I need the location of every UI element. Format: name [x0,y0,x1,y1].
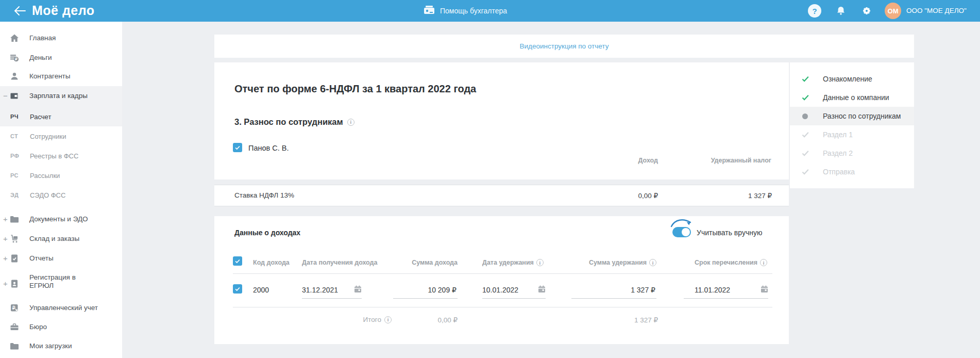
withhold-date-input[interactable]: 10.01.2022 [482,282,546,299]
subitem-abbr: ЭД [10,192,19,198]
calendar-icon[interactable] [761,285,768,293]
collapse-icon[interactable]: − [3,91,9,101]
check-icon-disabled [801,168,809,176]
sidebar-item-moi-zagruzki[interactable]: Мои загрузки [0,336,122,356]
company-name[interactable]: ООО "МОЕ ДЕЛО" [906,7,967,14]
svg-text:₽: ₽ [15,57,18,61]
expand-icon[interactable]: + [3,254,9,263]
sidebar-item-home[interactable]: Главная [0,28,122,48]
info-icon[interactable]: i [384,316,392,323]
svg-text:₽: ₽ [12,305,15,311]
sidebar-item-label: Управленческий учет [29,304,98,312]
folder-icon [9,214,20,224]
checklist-item-razdel-1: Раздел 1 [790,125,914,144]
amount-input[interactable]: 10 209 ₽ [393,282,458,299]
manual-accounting-toggle[interactable] [672,227,691,237]
tax-rate-row: Ставка НДФЛ 13% 0,00 ₽ 1 327 ₽ [214,185,789,206]
page-title: Отчет по форме 6-НДФЛ за 1 квартал 2022 … [234,83,476,95]
check-icon [801,75,809,83]
withhold-amount-input[interactable]: 1 327 ₽ [571,282,656,299]
sidebar-item-sklad[interactable]: + Склад и заказы [0,229,122,249]
info-icon[interactable]: i [649,259,656,266]
th-withhold-amount-label: Сумма удержания [589,259,647,266]
select-all-checkbox[interactable] [233,256,242,266]
sidebar-item-otchety[interactable]: + Отчеты [0,249,122,268]
expand-icon[interactable]: + [3,234,9,243]
calendar-icon[interactable] [354,285,362,293]
checklist-item-label: Отправка [823,168,855,176]
checklist-item-label: Разнос по сотрудникам [823,112,901,120]
employee-checkbox[interactable] [233,143,242,152]
subitem-abbr: СТ [10,133,18,139]
subitem-abbr: РФ [10,153,19,159]
calendar-icon[interactable] [538,285,546,293]
date-received-input[interactable]: 31.12.2021 [302,282,362,299]
total-label-group: Итого i [363,316,392,323]
bell-icon[interactable] [834,4,848,18]
video-instruction-bar: Видеоинструкция по отчету [214,35,914,58]
checklist-item-oznakomlenie[interactable]: Ознакомление [790,70,914,88]
sidebar-subitem-sedo-fss[interactable]: ЭД СЭДО ФСС [0,185,122,205]
back-arrow-icon[interactable] [13,5,26,17]
downloads-folder-icon [9,341,20,351]
sidebar-item-label: Деньги [29,54,52,62]
check-icon [801,93,809,102]
accountant-help-icon [424,5,435,17]
expand-icon[interactable]: + [3,215,9,224]
toggle-knob [682,228,690,236]
row-checkbox[interactable] [233,284,242,294]
sidebar-item-contractors[interactable]: Контрагенты [0,67,122,86]
accountant-help-button[interactable]: Помощь бухгалтера [424,0,507,22]
sidebar-item-label: Рассылки [30,172,60,180]
sidebar-item-label: Сотрудники [30,133,66,140]
th-amount: Сумма дохода [393,259,458,266]
income-table-row: 2000 31.12.2021 10 209 ₽ 10.01.2022 1 32… [214,282,789,307]
th-withhold-date-label: Дата удержания [482,259,534,266]
sidebar-item-registracia-egrul[interactable]: + Регистрация в ЕГРЮЛ [0,272,122,296]
checklist-item-otpravka: Отправка [790,162,914,181]
gear-icon[interactable] [860,4,873,18]
management-accounting-icon: ₽ [9,303,20,313]
info-icon[interactable]: i [760,259,767,266]
info-icon[interactable]: i [347,119,354,126]
checklist-item-razdel-2: Раздел 2 [790,144,914,162]
avatar[interactable]: ОМ [885,3,901,19]
checklist-item-dannye-o-kompanii[interactable]: Данные о компании [790,88,914,107]
income-data-title: Данные о доходах [234,229,300,237]
sidebar-item-label: Зарплата и кадры [29,92,88,100]
checklist-item-raznos-po-sotrudnikam[interactable]: Разнос по сотрудникам [790,107,914,125]
help-icon[interactable]: ? [808,4,821,18]
video-instruction-link[interactable]: Видеоинструкция по отчету [520,42,609,50]
sidebar-subitem-reestry-fss[interactable]: РФ Реестры в ФСС [0,146,122,166]
sidebar-subitem-raschet[interactable]: РЧ Расчет [0,107,122,126]
sidebar-item-label: Расчет [30,113,51,121]
report-check-icon [9,253,20,264]
sidebar-subitem-sotrudniki[interactable]: СТ Сотрудники [0,126,122,146]
info-icon[interactable]: i [536,259,544,266]
briefcase-icon [9,322,20,332]
th-transfer-due-label: Срок перечисления [695,259,757,266]
total-label: Итого [363,316,381,323]
subitem-abbr: РЧ [10,113,19,120]
sidebar-item-label: Главная [29,34,56,42]
transfer-due-input[interactable]: 11.01.2022 [684,282,768,299]
accountant-help-label: Помощь бухгалтера [440,7,507,15]
app-logo[interactable]: Моё дело [32,3,95,18]
sidebar-item-salary[interactable]: − Зарплата и кадры [0,86,122,106]
expand-icon[interactable]: + [3,279,9,288]
checklist-item-label: Раздел 1 [823,131,853,139]
income-table-header: Код дохода Дата получения дохода Сумма д… [214,256,789,270]
cart-icon [9,234,20,244]
sidebar-item-label: Бюро [29,323,47,331]
checklist-item-label: Раздел 2 [823,149,853,157]
section-title-row: 3. Разнос по сотрудникам i [234,117,354,127]
sidebar-item-uprav-uchet[interactable]: ₽ Управленческий учет [0,298,122,318]
sidebar-item-buro[interactable]: Бюро [0,317,122,337]
sidebar: Главная ₽ Деньги Контрагенты − Зарплата … [0,22,122,358]
home-icon [9,33,20,43]
sidebar-item-money[interactable]: ₽ Деньги [0,48,122,68]
sidebar-item-label: Мои загрузки [29,342,72,350]
header-separator [233,273,772,274]
sidebar-item-documents-edo[interactable]: + Документы и ЭДО [0,209,122,229]
sidebar-subitem-rassylki[interactable]: РС Рассылки [0,166,122,185]
